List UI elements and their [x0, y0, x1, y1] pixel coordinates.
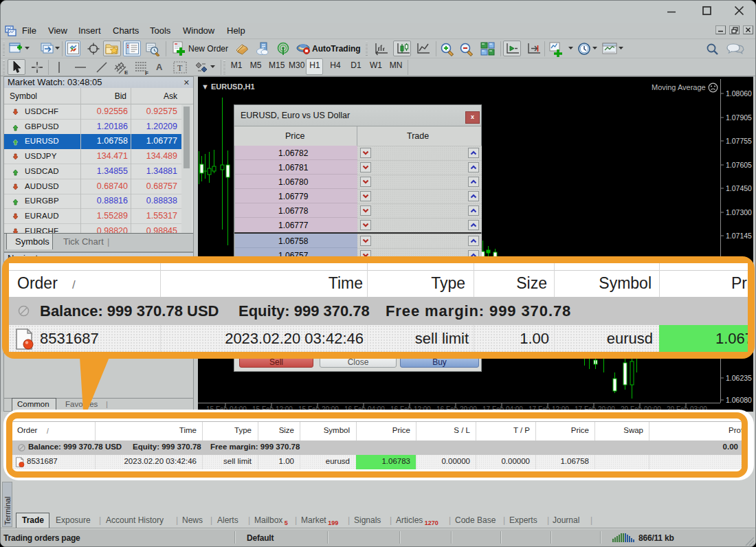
svg-text:E: E [124, 69, 129, 76]
svg-text:T: T [177, 63, 183, 73]
svg-text:F: F [145, 70, 148, 76]
